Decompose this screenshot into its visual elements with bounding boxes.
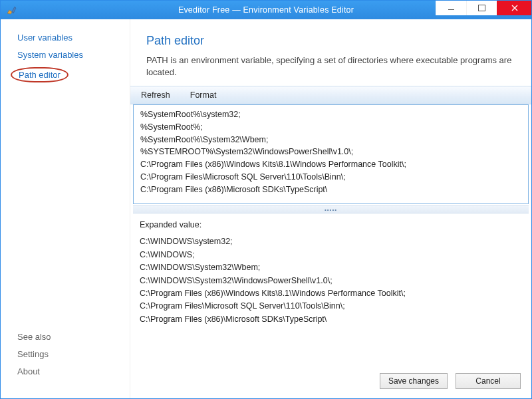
sidebar-item-user-variables[interactable]: User variables: [17, 33, 72, 43]
main-panel: Path editor PATH is an environment varia…: [130, 19, 531, 398]
sidebar: User variables System variables Path edi…: [1, 19, 130, 398]
app-icon: [6, 5, 17, 15]
path-editor-textarea[interactable]: %SystemRoot%\system32; %SystemRoot%; %Sy…: [133, 104, 529, 204]
sidebar-item-about[interactable]: About: [17, 366, 40, 376]
page-title: Path editor: [146, 34, 515, 48]
refresh-button[interactable]: Refresh: [141, 90, 170, 100]
window-body: User variables System variables Path edi…: [1, 19, 531, 398]
sidebar-main-items: User variables System variables Path edi…: [1, 33, 130, 90]
window-controls: [436, 1, 531, 15]
cancel-button[interactable]: Cancel: [456, 373, 521, 389]
toolbar: Refresh Format: [130, 86, 531, 104]
sidebar-bottom: See also Settings About: [1, 332, 130, 398]
sidebar-item-system-variables[interactable]: System variables: [17, 50, 83, 60]
footer-buttons: Save changes Cancel: [130, 366, 531, 398]
titlebar[interactable]: Eveditor Free — Environment Variables Ed…: [1, 1, 531, 19]
maximize-button[interactable]: [466, 1, 497, 15]
sidebar-item-path-editor[interactable]: Path editor: [11, 67, 68, 82]
page-description: PATH is an environment variable, specify…: [146, 55, 515, 78]
expanded-value-text: C:\WINDOWS\system32; C:\WINDOWS; C:\WIND…: [140, 235, 522, 326]
close-button[interactable]: [497, 1, 531, 15]
app-window: Eveditor Free — Environment Variables Ed…: [0, 0, 532, 399]
page-header: Path editor PATH is an environment varia…: [130, 19, 531, 86]
format-button[interactable]: Format: [190, 90, 217, 100]
see-also-heading: See also: [17, 332, 51, 342]
minimize-button[interactable]: [436, 1, 466, 15]
window-title: Eveditor Free — Environment Variables Ed…: [178, 5, 354, 15]
content-area: %SystemRoot%\system32; %SystemRoot%; %Sy…: [130, 104, 531, 366]
splitter-handle[interactable]: •••••: [133, 205, 529, 213]
sidebar-item-settings[interactable]: Settings: [17, 349, 49, 359]
expanded-value-panel: Expanded value: C:\WINDOWS\system32; C:\…: [133, 215, 529, 366]
expanded-value-label: Expanded value:: [140, 219, 522, 231]
save-changes-button[interactable]: Save changes: [380, 373, 448, 389]
